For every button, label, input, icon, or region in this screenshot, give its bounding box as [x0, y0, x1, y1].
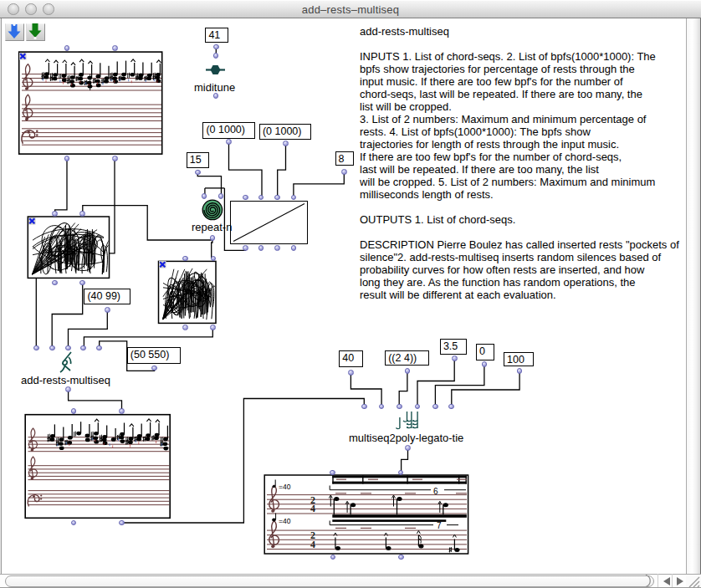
svg-text:=40: =40 — [279, 517, 291, 525]
svg-text:4: 4 — [310, 503, 315, 514]
svg-text:4: 4 — [310, 539, 315, 550]
svg-text:6: 6 — [433, 487, 438, 496]
svg-text:7: 7 — [437, 521, 442, 530]
svg-text:=40: =40 — [279, 483, 291, 491]
